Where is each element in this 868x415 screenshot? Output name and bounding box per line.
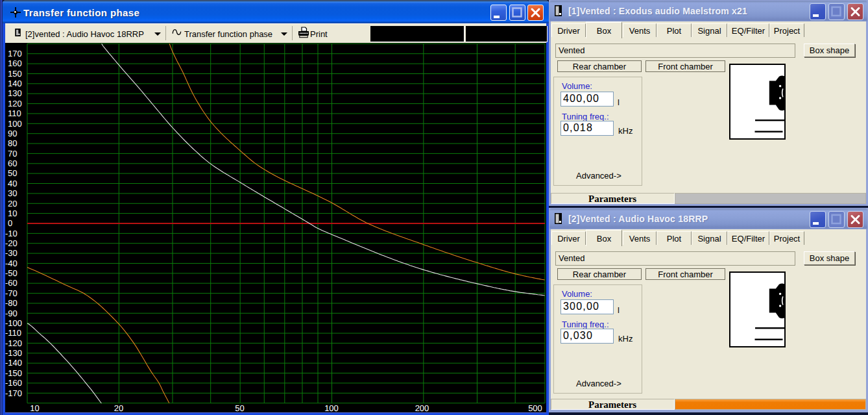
svg-text:-90: -90: [5, 308, 18, 318]
svg-text:-10: -10: [5, 229, 18, 238]
svg-text:170: 170: [8, 49, 22, 58]
svg-text:-20: -20: [5, 238, 18, 248]
svg-text:70: 70: [8, 149, 17, 158]
svg-text:-120: -120: [5, 338, 22, 348]
svg-text:-150: -150: [5, 368, 22, 378]
svg-text:30: 30: [8, 188, 17, 198]
svg-text:40: 40: [8, 179, 17, 188]
svg-text:-140: -140: [5, 358, 22, 368]
svg-text:20: 20: [8, 199, 17, 208]
svg-text:-40: -40: [5, 258, 18, 268]
svg-text:-130: -130: [5, 348, 22, 358]
svg-text:20: 20: [114, 403, 123, 413]
svg-text:-30: -30: [5, 248, 18, 258]
svg-text:-50: -50: [5, 268, 18, 278]
svg-text:90: 90: [8, 129, 17, 138]
svg-text:160: 160: [8, 58, 22, 68]
svg-text:-60: -60: [5, 278, 18, 288]
svg-text:10: 10: [30, 403, 39, 413]
svg-text:-80: -80: [5, 298, 18, 308]
svg-text:120: 120: [8, 99, 22, 108]
svg-text:100: 100: [324, 403, 339, 413]
svg-text:500: 500: [528, 403, 542, 413]
svg-text:60: 60: [8, 158, 17, 168]
svg-text:-110: -110: [5, 328, 21, 338]
svg-text:200: 200: [415, 403, 429, 413]
svg-text:-70: -70: [5, 288, 18, 298]
svg-text:150: 150: [8, 69, 22, 79]
svg-text:10: 10: [8, 208, 17, 218]
svg-text:-100: -100: [5, 318, 22, 328]
svg-text:80: 80: [8, 138, 17, 148]
svg-text:100: 100: [8, 119, 22, 129]
svg-text:50: 50: [235, 403, 244, 413]
svg-text:-170: -170: [5, 388, 22, 398]
svg-text:140: 140: [8, 79, 22, 88]
svg-text:50: 50: [8, 168, 17, 178]
svg-text:-160: -160: [5, 378, 22, 388]
svg-text:0: 0: [8, 218, 12, 228]
svg-text:110: 110: [8, 108, 21, 118]
svg-text:130: 130: [8, 88, 22, 98]
